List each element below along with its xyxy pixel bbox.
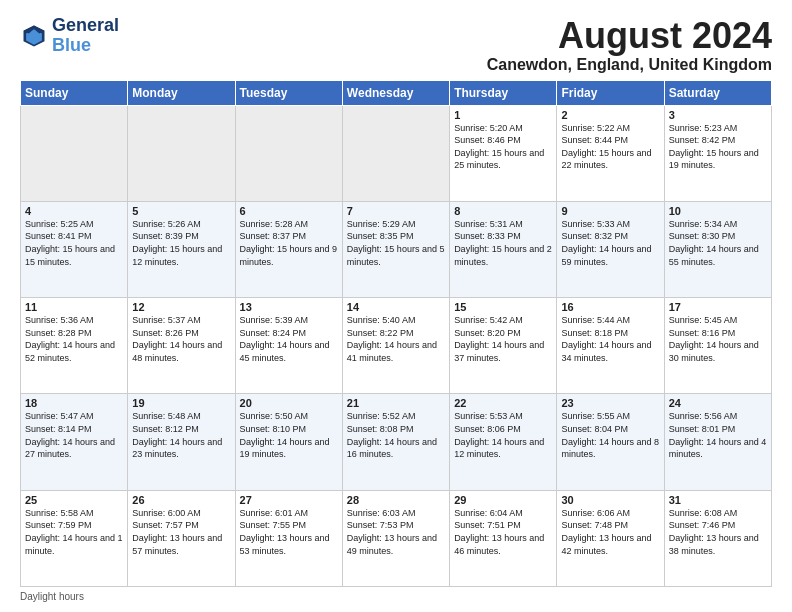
logo-icon bbox=[20, 22, 48, 50]
day-number: 7 bbox=[347, 205, 445, 217]
day-cell bbox=[128, 105, 235, 201]
day-number: 8 bbox=[454, 205, 552, 217]
logo-line1: General bbox=[52, 16, 119, 36]
day-number: 4 bbox=[25, 205, 123, 217]
day-info: Sunrise: 6:06 AMSunset: 7:48 PMDaylight:… bbox=[561, 507, 659, 557]
footer-note: Daylight hours bbox=[20, 591, 772, 602]
day-number: 14 bbox=[347, 301, 445, 313]
day-number: 31 bbox=[669, 494, 767, 506]
day-number: 12 bbox=[132, 301, 230, 313]
day-info: Sunrise: 5:42 AMSunset: 8:20 PMDaylight:… bbox=[454, 314, 552, 364]
day-cell: 27Sunrise: 6:01 AMSunset: 7:55 PMDayligh… bbox=[235, 490, 342, 586]
day-cell: 19Sunrise: 5:48 AMSunset: 8:12 PMDayligh… bbox=[128, 394, 235, 490]
week-row-4: 18Sunrise: 5:47 AMSunset: 8:14 PMDayligh… bbox=[21, 394, 772, 490]
day-info: Sunrise: 5:20 AMSunset: 8:46 PMDaylight:… bbox=[454, 122, 552, 172]
day-info: Sunrise: 5:50 AMSunset: 8:10 PMDaylight:… bbox=[240, 410, 338, 460]
day-info: Sunrise: 6:01 AMSunset: 7:55 PMDaylight:… bbox=[240, 507, 338, 557]
day-cell: 4Sunrise: 5:25 AMSunset: 8:41 PMDaylight… bbox=[21, 201, 128, 297]
day-info: Sunrise: 5:56 AMSunset: 8:01 PMDaylight:… bbox=[669, 410, 767, 460]
col-thursday: Thursday bbox=[450, 80, 557, 105]
main-title: August 2024 bbox=[487, 16, 772, 56]
day-info: Sunrise: 5:36 AMSunset: 8:28 PMDaylight:… bbox=[25, 314, 123, 364]
day-cell: 2Sunrise: 5:22 AMSunset: 8:44 PMDaylight… bbox=[557, 105, 664, 201]
day-cell: 28Sunrise: 6:03 AMSunset: 7:53 PMDayligh… bbox=[342, 490, 449, 586]
day-number: 21 bbox=[347, 397, 445, 409]
day-number: 11 bbox=[25, 301, 123, 313]
day-cell bbox=[342, 105, 449, 201]
col-tuesday: Tuesday bbox=[235, 80, 342, 105]
day-number: 6 bbox=[240, 205, 338, 217]
day-number: 23 bbox=[561, 397, 659, 409]
day-info: Sunrise: 5:29 AMSunset: 8:35 PMDaylight:… bbox=[347, 218, 445, 268]
day-number: 3 bbox=[669, 109, 767, 121]
day-number: 16 bbox=[561, 301, 659, 313]
day-info: Sunrise: 5:33 AMSunset: 8:32 PMDaylight:… bbox=[561, 218, 659, 268]
day-cell: 1Sunrise: 5:20 AMSunset: 8:46 PMDaylight… bbox=[450, 105, 557, 201]
day-cell: 22Sunrise: 5:53 AMSunset: 8:06 PMDayligh… bbox=[450, 394, 557, 490]
day-cell: 3Sunrise: 5:23 AMSunset: 8:42 PMDaylight… bbox=[664, 105, 771, 201]
page: General Blue August 2024 Canewdon, Engla… bbox=[0, 0, 792, 612]
day-info: Sunrise: 6:00 AMSunset: 7:57 PMDaylight:… bbox=[132, 507, 230, 557]
day-cell: 26Sunrise: 6:00 AMSunset: 7:57 PMDayligh… bbox=[128, 490, 235, 586]
day-number: 18 bbox=[25, 397, 123, 409]
day-cell: 6Sunrise: 5:28 AMSunset: 8:37 PMDaylight… bbox=[235, 201, 342, 297]
day-cell: 25Sunrise: 5:58 AMSunset: 7:59 PMDayligh… bbox=[21, 490, 128, 586]
title-block: August 2024 Canewdon, England, United Ki… bbox=[487, 16, 772, 74]
day-info: Sunrise: 5:45 AMSunset: 8:16 PMDaylight:… bbox=[669, 314, 767, 364]
day-cell: 8Sunrise: 5:31 AMSunset: 8:33 PMDaylight… bbox=[450, 201, 557, 297]
subtitle: Canewdon, England, United Kingdom bbox=[487, 56, 772, 74]
day-cell: 11Sunrise: 5:36 AMSunset: 8:28 PMDayligh… bbox=[21, 298, 128, 394]
day-number: 29 bbox=[454, 494, 552, 506]
day-number: 9 bbox=[561, 205, 659, 217]
day-number: 2 bbox=[561, 109, 659, 121]
week-row-1: 1Sunrise: 5:20 AMSunset: 8:46 PMDaylight… bbox=[21, 105, 772, 201]
day-number: 17 bbox=[669, 301, 767, 313]
header: General Blue August 2024 Canewdon, Engla… bbox=[20, 16, 772, 74]
day-cell: 20Sunrise: 5:50 AMSunset: 8:10 PMDayligh… bbox=[235, 394, 342, 490]
day-info: Sunrise: 5:22 AMSunset: 8:44 PMDaylight:… bbox=[561, 122, 659, 172]
day-cell: 17Sunrise: 5:45 AMSunset: 8:16 PMDayligh… bbox=[664, 298, 771, 394]
column-headers: Sunday Monday Tuesday Wednesday Thursday… bbox=[21, 80, 772, 105]
day-number: 13 bbox=[240, 301, 338, 313]
day-info: Sunrise: 5:48 AMSunset: 8:12 PMDaylight:… bbox=[132, 410, 230, 460]
logo-line2: Blue bbox=[52, 35, 91, 55]
day-cell: 7Sunrise: 5:29 AMSunset: 8:35 PMDaylight… bbox=[342, 201, 449, 297]
day-cell: 29Sunrise: 6:04 AMSunset: 7:51 PMDayligh… bbox=[450, 490, 557, 586]
day-info: Sunrise: 5:47 AMSunset: 8:14 PMDaylight:… bbox=[25, 410, 123, 460]
day-info: Sunrise: 5:55 AMSunset: 8:04 PMDaylight:… bbox=[561, 410, 659, 460]
day-number: 30 bbox=[561, 494, 659, 506]
day-number: 27 bbox=[240, 494, 338, 506]
day-info: Sunrise: 5:39 AMSunset: 8:24 PMDaylight:… bbox=[240, 314, 338, 364]
day-number: 1 bbox=[454, 109, 552, 121]
day-info: Sunrise: 6:08 AMSunset: 7:46 PMDaylight:… bbox=[669, 507, 767, 557]
day-number: 25 bbox=[25, 494, 123, 506]
col-wednesday: Wednesday bbox=[342, 80, 449, 105]
day-cell: 18Sunrise: 5:47 AMSunset: 8:14 PMDayligh… bbox=[21, 394, 128, 490]
day-cell: 31Sunrise: 6:08 AMSunset: 7:46 PMDayligh… bbox=[664, 490, 771, 586]
day-info: Sunrise: 5:23 AMSunset: 8:42 PMDaylight:… bbox=[669, 122, 767, 172]
day-number: 28 bbox=[347, 494, 445, 506]
day-info: Sunrise: 5:58 AMSunset: 7:59 PMDaylight:… bbox=[25, 507, 123, 557]
week-row-2: 4Sunrise: 5:25 AMSunset: 8:41 PMDaylight… bbox=[21, 201, 772, 297]
day-number: 26 bbox=[132, 494, 230, 506]
day-cell: 15Sunrise: 5:42 AMSunset: 8:20 PMDayligh… bbox=[450, 298, 557, 394]
logo-text: General Blue bbox=[52, 16, 119, 56]
day-number: 20 bbox=[240, 397, 338, 409]
calendar-table: Sunday Monday Tuesday Wednesday Thursday… bbox=[20, 80, 772, 587]
day-cell bbox=[235, 105, 342, 201]
day-number: 15 bbox=[454, 301, 552, 313]
day-info: Sunrise: 6:04 AMSunset: 7:51 PMDaylight:… bbox=[454, 507, 552, 557]
col-monday: Monday bbox=[128, 80, 235, 105]
day-cell: 12Sunrise: 5:37 AMSunset: 8:26 PMDayligh… bbox=[128, 298, 235, 394]
day-cell: 13Sunrise: 5:39 AMSunset: 8:24 PMDayligh… bbox=[235, 298, 342, 394]
day-cell bbox=[21, 105, 128, 201]
day-cell: 23Sunrise: 5:55 AMSunset: 8:04 PMDayligh… bbox=[557, 394, 664, 490]
day-info: Sunrise: 5:31 AMSunset: 8:33 PMDaylight:… bbox=[454, 218, 552, 268]
day-info: Sunrise: 5:53 AMSunset: 8:06 PMDaylight:… bbox=[454, 410, 552, 460]
day-cell: 14Sunrise: 5:40 AMSunset: 8:22 PMDayligh… bbox=[342, 298, 449, 394]
col-saturday: Saturday bbox=[664, 80, 771, 105]
day-info: Sunrise: 5:26 AMSunset: 8:39 PMDaylight:… bbox=[132, 218, 230, 268]
week-row-3: 11Sunrise: 5:36 AMSunset: 8:28 PMDayligh… bbox=[21, 298, 772, 394]
col-sunday: Sunday bbox=[21, 80, 128, 105]
day-cell: 10Sunrise: 5:34 AMSunset: 8:30 PMDayligh… bbox=[664, 201, 771, 297]
